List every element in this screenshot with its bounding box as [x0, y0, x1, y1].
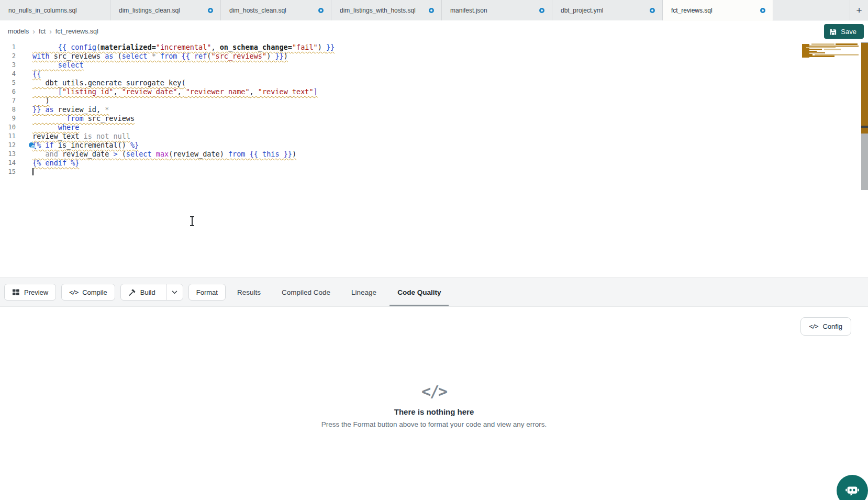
- bottom-toolbar: Preview</>CompileBuildFormat Results Com…: [0, 277, 868, 307]
- code-line-content: ["listing_id", "review_date", "reviewer_…: [21, 87, 318, 96]
- compile-button[interactable]: </>Compile: [61, 284, 115, 301]
- tab-label: dbt_project.yml: [561, 7, 603, 14]
- file-tab[interactable]: dim_listings_with_hosts.sql: [331, 0, 442, 20]
- chevron-right-icon: ›: [49, 27, 52, 36]
- minimap-row: [802, 55, 860, 57]
- file-header-bar: models›fct›fct_reviews.sql Save: [0, 21, 868, 42]
- code-line[interactable]: 14 {% endif %}: [0, 159, 868, 168]
- line-number: 11: [0, 132, 21, 141]
- code-icon: </>: [69, 289, 78, 296]
- code-line[interactable]: 9 from src_reviews: [0, 114, 868, 123]
- scrollbar-position-marker: [861, 126, 868, 128]
- code-editor[interactable]: 1 {{ config(materialized="incremental", …: [0, 42, 868, 277]
- code-line[interactable]: 6 ["listing_id", "review_date", "reviewe…: [0, 87, 868, 96]
- results-panel-tab-lineage[interactable]: Lineage: [343, 278, 384, 306]
- code-line[interactable]: 7 ): [0, 96, 868, 105]
- file-tab[interactable]: no_nulls_in_columns.sql: [0, 0, 110, 20]
- new-tab-button[interactable]: +: [850, 0, 868, 20]
- file-tab[interactable]: manifest.json: [442, 0, 552, 20]
- editor-scrollbar[interactable]: [861, 42, 868, 190]
- breadcrumb-item[interactable]: models: [8, 28, 29, 35]
- code-line-content: {% if is_incremental() %}: [21, 141, 139, 150]
- line-number: 5: [0, 79, 21, 87]
- empty-state-subtitle: Press the Format button above to format …: [0, 420, 868, 428]
- format-button[interactable]: Format: [188, 284, 226, 301]
- code-line-content: and review_date > (select max(review_dat…: [21, 150, 296, 159]
- unsaved-changes-dot-icon: [760, 8, 765, 13]
- results-panel-tab-results[interactable]: Results: [229, 278, 269, 306]
- tab-label: manifest.json: [450, 7, 487, 14]
- results-panel-tab-label: Code Quality: [397, 288, 441, 296]
- empty-state-title: There is nothing here: [0, 407, 868, 416]
- code-line[interactable]: 12 {% if is_incremental() %}: [0, 141, 868, 150]
- code-line[interactable]: 11 review_text is not null: [0, 132, 868, 141]
- build-button[interactable]: Build: [120, 284, 183, 301]
- preview-grid-icon: [12, 288, 20, 296]
- code-line-content: {{ config(materialized="incremental", on…: [21, 43, 335, 52]
- code-line[interactable]: 5 dbt_utils.generate_surrogate_key(: [0, 79, 868, 87]
- gutter-marker-icon[interactable]: [29, 142, 34, 148]
- code-line-content: {% endif %}: [21, 159, 79, 168]
- line-number: 1: [0, 43, 21, 52]
- results-panel-tab-compiled-code[interactable]: Compiled Code: [274, 278, 338, 306]
- code-line[interactable]: 4 {{: [0, 70, 868, 79]
- unsaved-changes-dot-icon: [650, 8, 655, 13]
- code-line[interactable]: 10 where: [0, 123, 868, 132]
- editor-minimap[interactable]: [802, 43, 860, 58]
- button-label: Build: [140, 288, 155, 296]
- code-line[interactable]: 3 select: [0, 61, 868, 70]
- code-line[interactable]: 8 }} as review_id, *: [0, 105, 868, 114]
- button-label: Compile: [82, 288, 107, 296]
- line-number: 9: [0, 114, 21, 123]
- hammer-icon: [128, 288, 136, 296]
- code-line-content: with src_reviews as (select * from {{ re…: [21, 52, 288, 61]
- unsaved-changes-dot-icon: [429, 8, 434, 13]
- file-tab[interactable]: dim_hosts_clean.sql: [221, 0, 331, 20]
- line-number: 13: [0, 150, 21, 159]
- results-panel-tab-label: Results: [237, 288, 261, 296]
- preview-button[interactable]: Preview: [4, 284, 56, 301]
- save-button-label: Save: [841, 28, 856, 36]
- code-lines: 1 {{ config(materialized="incremental", …: [0, 42, 868, 176]
- empty-state: </> There is nothing here Press the Form…: [0, 382, 868, 428]
- line-number: 12: [0, 141, 21, 150]
- tab-label: no_nulls_in_columns.sql: [8, 7, 77, 14]
- config-button[interactable]: </> Config: [800, 317, 851, 336]
- breadcrumb-item[interactable]: fct_reviews.sql: [55, 28, 98, 35]
- file-tab[interactable]: fct_reviews.sql: [663, 0, 773, 21]
- code-line-content: [21, 168, 34, 176]
- scrollbar-warning-band: [861, 43, 868, 134]
- code-line[interactable]: 13 and review_date > (select max(review_…: [0, 150, 868, 159]
- code-line-content: where: [21, 123, 79, 132]
- code-line[interactable]: 15: [0, 168, 868, 176]
- mouse-text-cursor: [192, 217, 193, 226]
- file-tab[interactable]: dim_listings_clean.sql: [110, 0, 221, 20]
- tab-label: dim_hosts_clean.sql: [229, 7, 286, 14]
- line-number: 10: [0, 123, 21, 132]
- code-line-content: select: [21, 61, 84, 70]
- code-line-content: }} as review_id, *: [21, 105, 109, 114]
- code-line-content: dbt_utils.generate_surrogate_key(: [21, 79, 186, 87]
- code-line-content: {{: [21, 70, 41, 79]
- file-tab[interactable]: dbt_project.yml: [552, 0, 663, 20]
- build-options-chevron-down-icon[interactable]: [166, 284, 183, 300]
- config-button-label: Config: [822, 323, 842, 330]
- editor-tab-strip: no_nulls_in_columns.sql dim_listings_cle…: [0, 0, 868, 20]
- code-line[interactable]: 2 with src_reviews as (select * from {{ …: [0, 52, 868, 61]
- code-slash-icon: </>: [0, 382, 868, 401]
- results-panel: </> Config </> There is nothing here Pre…: [0, 307, 868, 500]
- line-number: 15: [0, 168, 21, 176]
- tab-strip: no_nulls_in_columns.sql dim_listings_cle…: [0, 0, 773, 20]
- chatbot-icon: [844, 483, 860, 498]
- text-caret: [32, 168, 34, 175]
- results-panel-tab-label: Lineage: [351, 288, 376, 296]
- results-panel-tab-code-quality[interactable]: Code Quality: [390, 278, 449, 306]
- unsaved-changes-dot-icon: [318, 8, 324, 13]
- line-number: 3: [0, 61, 21, 70]
- breadcrumb-item[interactable]: fct: [39, 28, 46, 35]
- code-line[interactable]: 1 {{ config(materialized="incremental", …: [0, 43, 868, 52]
- editor-action-buttons: Preview</>CompileBuildFormat: [4, 278, 226, 306]
- code-line-content: ): [21, 96, 50, 105]
- save-button[interactable]: Save: [824, 24, 864, 39]
- line-number: 2: [0, 52, 21, 61]
